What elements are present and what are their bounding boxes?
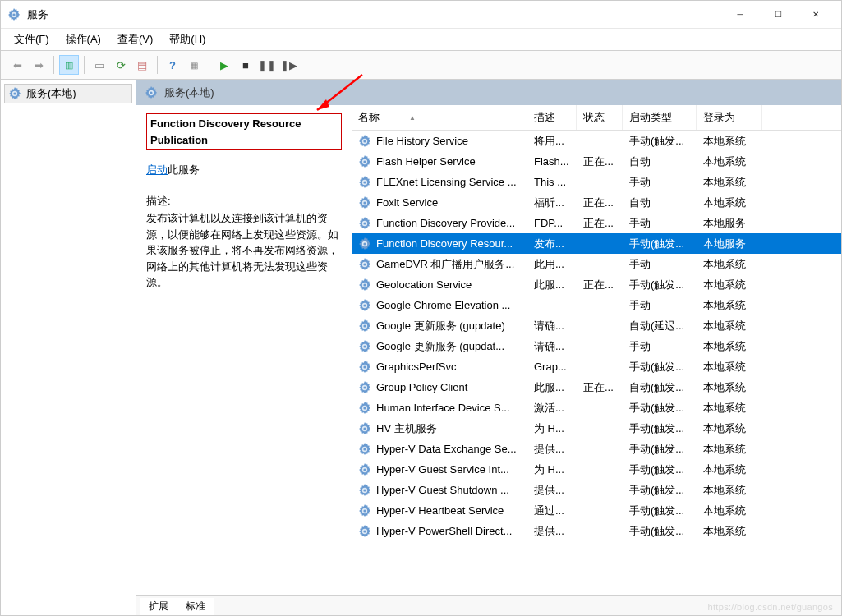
gear-icon xyxy=(358,217,371,230)
service-status: 正在... xyxy=(577,154,623,169)
col-header-status[interactable]: 状态 xyxy=(577,105,623,130)
back-button[interactable]: ⬅ xyxy=(7,55,27,75)
service-desc: 此服... xyxy=(527,278,577,292)
services-window: 服务 ─ ☐ ✕ 文件(F) 操作(A) 查看(V) 帮助(H) ⬅ ➡ ▥ ▭… xyxy=(0,0,842,616)
service-logon: 本地系统 xyxy=(697,175,762,190)
window-title: 服务 xyxy=(27,7,721,22)
gear-icon xyxy=(145,86,158,99)
menu-file[interactable]: 文件(F) xyxy=(14,32,49,47)
show-hide-tree-button[interactable]: ▥ xyxy=(59,55,79,75)
sort-up-icon: ▲ xyxy=(409,114,416,122)
toolbar: ⬅ ➡ ▥ ▭ ⟳ ▤ ? ▦ ▶ ■ ❚❚ ❚▶ xyxy=(1,50,841,80)
start-service-link[interactable]: 启动 xyxy=(146,163,168,176)
service-logon: 本地系统 xyxy=(697,360,762,375)
service-startup: 自动 xyxy=(623,154,697,169)
close-button[interactable]: ✕ xyxy=(797,2,835,27)
col-header-startup[interactable]: 启动类型 xyxy=(623,105,697,130)
service-row[interactable]: Hyper-V Heartbeat Service通过...手动(触发...本地… xyxy=(352,500,841,521)
tree-root-item[interactable]: 服务(本地) xyxy=(4,84,132,103)
menubar: 文件(F) 操作(A) 查看(V) 帮助(H) xyxy=(1,29,841,50)
service-name: Group Policy Client xyxy=(376,381,467,393)
start-service-button[interactable]: ▶ xyxy=(214,55,234,75)
service-startup: 手动(触发... xyxy=(623,462,697,477)
service-row[interactable]: Hyper-V Data Exchange Se...提供...手动(触发...… xyxy=(352,439,841,459)
maximize-button[interactable]: ☐ xyxy=(759,2,797,27)
service-row[interactable]: HV 主机服务为 H...手动(触发...本地系统 xyxy=(352,418,841,439)
tab-standard[interactable]: 标准 xyxy=(177,598,214,615)
service-logon: 本地系统 xyxy=(697,319,762,333)
content-body: Function Discovery Resource Publication … xyxy=(136,105,841,595)
export-button[interactable]: ▭ xyxy=(90,55,109,75)
gear-icon xyxy=(358,299,371,312)
service-row[interactable]: Human Interface Device S...激活...手动(触发...… xyxy=(352,398,841,418)
properties-button[interactable]: ▦ xyxy=(184,55,204,75)
gear-icon xyxy=(358,422,371,435)
menu-help[interactable]: 帮助(H) xyxy=(169,32,205,47)
service-name: GraphicsPerfSvc xyxy=(376,361,457,373)
service-row[interactable]: Function Discovery Resour...发布...手动(触发..… xyxy=(352,233,841,254)
service-row[interactable]: Function Discovery Provide...FDP...正在...… xyxy=(352,213,841,233)
col-header-logon[interactable]: 登录为 xyxy=(697,105,762,130)
list-rows[interactable]: File History Service将用...手动(触发...本地系统Fla… xyxy=(352,131,841,595)
service-logon: 本地系统 xyxy=(697,278,762,292)
service-startup: 手动(触发... xyxy=(623,360,697,375)
service-row[interactable]: File History Service将用...手动(触发...本地系统 xyxy=(352,131,841,151)
col-header-desc[interactable]: 描述 xyxy=(527,105,577,130)
service-row[interactable]: Hyper-V Guest Service Int...为 H...手动(触发.… xyxy=(352,459,841,480)
service-name: Function Discovery Provide... xyxy=(376,217,515,229)
service-logon: 本地系统 xyxy=(697,257,762,272)
service-row[interactable]: Hyper-V Guest Shutdown ...提供...手动(触发...本… xyxy=(352,480,841,500)
service-row[interactable]: Google Chrome Elevation ...手动本地系统 xyxy=(352,295,841,315)
service-desc: 此服... xyxy=(527,380,577,395)
help-button[interactable]: ? xyxy=(163,55,182,75)
gear-icon xyxy=(358,504,371,517)
minimize-button[interactable]: ─ xyxy=(721,2,759,27)
service-desc: 请确... xyxy=(527,339,577,354)
service-desc: 提供... xyxy=(527,483,577,498)
service-logon: 本地系统 xyxy=(697,442,762,457)
service-name: Hyper-V Data Exchange Se... xyxy=(376,443,517,455)
service-logon: 本地服务 xyxy=(697,216,762,231)
service-row[interactable]: GraphicsPerfSvcGrap...手动(触发...本地系统 xyxy=(352,356,841,377)
service-status: 正在... xyxy=(577,278,623,292)
content-header: 服务(本地) xyxy=(136,80,841,105)
service-startup: 手动(触发... xyxy=(623,483,697,498)
col-header-name[interactable]: 名称▲ xyxy=(352,105,527,130)
service-row[interactable]: Geolocation Service此服...正在...手动(触发...本地系… xyxy=(352,274,841,295)
service-name: FLEXnet Licensing Service ... xyxy=(376,176,517,188)
service-startup: 手动(触发... xyxy=(623,278,697,292)
stop-service-button[interactable]: ■ xyxy=(236,55,255,75)
service-startup: 手动(触发... xyxy=(623,524,697,539)
forward-button[interactable]: ➡ xyxy=(29,55,48,75)
menu-view[interactable]: 查看(V) xyxy=(117,32,153,47)
service-row[interactable]: Foxit Service福昕...正在...自动本地系统 xyxy=(352,192,841,213)
service-logon: 本地系统 xyxy=(697,339,762,354)
detail-description: 发布该计算机以及连接到该计算机的资源，以便能够在网络上发现这些资源。如果该服务被… xyxy=(146,210,342,291)
service-row[interactable]: GameDVR 和广播用户服务...此用...手动本地系统 xyxy=(352,254,841,274)
restart-service-button[interactable]: ❚▶ xyxy=(278,55,298,75)
service-row[interactable]: Google 更新服务 (gupdate)请确...自动(延迟...本地系统 xyxy=(352,315,841,336)
detail-desc-label: 描述: xyxy=(146,193,342,209)
service-name: GameDVR 和广播用户服务... xyxy=(376,257,514,272)
service-logon: 本地系统 xyxy=(697,503,762,518)
service-row[interactable]: FLEXnet Licensing Service ...This ...手动本… xyxy=(352,172,841,192)
export-list-button[interactable]: ▤ xyxy=(132,55,152,75)
service-desc: 请确... xyxy=(527,319,577,333)
gear-icon xyxy=(358,196,371,209)
service-row[interactable]: Flash Helper ServiceFlash...正在...自动本地系统 xyxy=(352,151,841,172)
service-row[interactable]: Google 更新服务 (gupdat...请确...手动本地系统 xyxy=(352,336,841,356)
gear-icon xyxy=(358,319,371,333)
service-startup: 手动 xyxy=(623,339,697,354)
service-row[interactable]: Hyper-V PowerShell Direct...提供...手动(触发..… xyxy=(352,521,841,541)
refresh-button[interactable]: ⟳ xyxy=(111,55,131,75)
service-row[interactable]: Group Policy Client此服...正在...自动(触发...本地系… xyxy=(352,377,841,398)
tab-extended[interactable]: 扩展 xyxy=(140,598,177,615)
tree-pane: 服务(本地) xyxy=(1,80,136,615)
detail-pane: Function Discovery Resource Publication … xyxy=(136,105,352,595)
pause-service-button[interactable]: ❚❚ xyxy=(257,55,277,75)
service-desc: 提供... xyxy=(527,524,577,539)
menu-action[interactable]: 操作(A) xyxy=(66,32,101,47)
service-name: Hyper-V Heartbeat Service xyxy=(376,504,504,517)
service-logon: 本地系统 xyxy=(697,524,762,539)
separator xyxy=(84,56,85,74)
